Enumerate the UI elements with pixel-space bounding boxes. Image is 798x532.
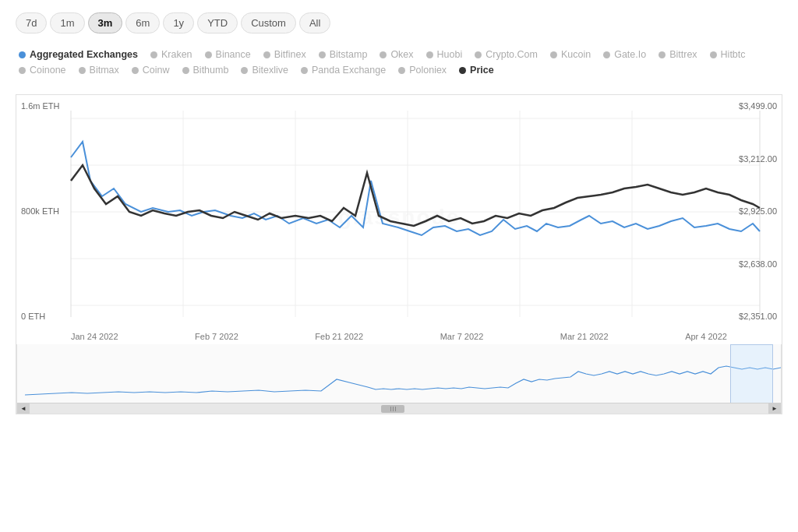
y-right-label-1: $3,499.00: [732, 101, 777, 111]
legend-dot-panda: [301, 67, 308, 74]
legend-dot-cryptocom: [475, 51, 482, 58]
legend-label-bitfinex: Bitfinex: [274, 49, 306, 60]
x-label-5: Apr 4 2022: [685, 332, 727, 341]
time-range-selector: 7d 1m 3m 6m 1y YTD Custom All: [16, 12, 782, 33]
legend-label-coinw: Coinw: [143, 65, 170, 76]
legend-item-huobi[interactable]: Huobi: [426, 49, 463, 60]
legend-dot-coinw: [132, 67, 139, 74]
legend-label-bitexlive: Bitexlive: [252, 65, 288, 76]
x-label-2: Feb 21 2022: [315, 332, 363, 341]
legend-label-panda: Panda Exchange: [312, 65, 386, 76]
legend-item-bitmax[interactable]: Bitmax: [79, 65, 119, 76]
legend-dot-coinone: [19, 67, 26, 74]
legend-dot-bittrex: [659, 51, 666, 58]
time-btn-6m[interactable]: 6m: [125, 12, 160, 33]
legend-dot-aggregated: [19, 51, 26, 58]
chart-navigator[interactable]: 2016 2018 2020 2022 ◄ ►: [16, 344, 782, 414]
legend-label-gateio: Gate.Io: [614, 49, 646, 60]
legend-dot-gateio: [603, 51, 610, 58]
legend-item-hitbtc[interactable]: Hitbtc: [710, 49, 746, 60]
thumb-grip-1: [390, 407, 391, 411]
chart-wrapper: glassnode 1.6m ETH 800k ETH: [16, 94, 782, 414]
time-btn-7d[interactable]: 7d: [16, 12, 47, 33]
y-right-label-5: $2,351.00: [732, 312, 777, 321]
scroll-right-button[interactable]: ►: [768, 403, 781, 414]
legend-dot-hitbtc: [710, 51, 717, 58]
legend-item-binance[interactable]: Binance: [205, 49, 251, 60]
legend-label-coinone: Coinone: [30, 65, 66, 76]
legend-dot-price: [459, 67, 466, 74]
y-axis-left: 1.6m ETH 800k ETH 0 ETH: [16, 95, 71, 344]
thumb-grip-2: [393, 407, 394, 411]
legend-label-poloniex: Poloniex: [409, 65, 447, 76]
time-btn-ytd[interactable]: YTD: [197, 12, 238, 33]
y-right-label-2: $3,212.00: [732, 154, 777, 164]
legend-dot-bitfinex: [263, 51, 270, 58]
time-btn-1m[interactable]: 1m: [50, 12, 84, 33]
legend-item-gateio[interactable]: Gate.Io: [603, 49, 646, 60]
legend-dot-poloniex: [398, 67, 405, 74]
legend-item-price[interactable]: Price: [459, 65, 494, 76]
legend-item-coinw[interactable]: Coinw: [132, 65, 170, 76]
legend-label-aggregated: Aggregated Exchanges: [30, 49, 138, 60]
legend-label-hitbtc: Hitbtc: [721, 49, 746, 60]
x-label-3: Mar 7 2022: [440, 332, 484, 341]
legend-dot-okex: [380, 51, 387, 58]
legend-dot-binance: [205, 51, 212, 58]
legend-label-bitmax: Bitmax: [90, 65, 119, 76]
legend-label-price: Price: [470, 65, 494, 76]
legend-dot-huobi: [426, 51, 433, 58]
legend-label-huobi: Huobi: [437, 49, 463, 60]
legend-item-coinone[interactable]: Coinone: [19, 65, 66, 76]
legend-item-bitstamp[interactable]: Bitstamp: [319, 49, 368, 60]
legend-dot-bitexlive: [241, 67, 248, 74]
time-btn-1y[interactable]: 1y: [163, 12, 194, 33]
x-label-4: Mar 21 2022: [560, 332, 609, 341]
legend-label-bitstamp: Bitstamp: [330, 49, 368, 60]
legend-item-bithumb[interactable]: Bithumb: [182, 65, 229, 76]
legend-label-kraken: Kraken: [161, 49, 192, 60]
legend-item-kraken[interactable]: Kraken: [150, 49, 192, 60]
y-left-label-mid: 800k ETH: [21, 206, 66, 216]
navigator-svg: [17, 344, 782, 403]
legend-label-bittrex: Bittrex: [669, 49, 697, 60]
legend-label-cryptocom: Crypto.Com: [486, 49, 538, 60]
thumb-grip-3: [395, 407, 396, 411]
y-right-label-3: $2,925.00: [732, 206, 777, 216]
legend-dot-kraken: [150, 51, 157, 58]
x-axis: Jan 24 2022 Feb 7 2022 Feb 21 2022 Mar 7…: [71, 332, 727, 341]
chart-svg: [16, 95, 782, 344]
legend-dot-bitstamp: [319, 51, 326, 58]
time-btn-3m[interactable]: 3m: [88, 12, 123, 33]
legend-item-aggregated[interactable]: Aggregated Exchanges: [19, 49, 138, 60]
legend-item-bittrex[interactable]: Bittrex: [659, 49, 697, 60]
legend-item-okex[interactable]: Okex: [380, 49, 413, 60]
y-left-label-top: 1.6m ETH: [21, 101, 66, 111]
legend-label-okex: Okex: [390, 49, 413, 60]
legend-label-binance: Binance: [216, 49, 251, 60]
navigator-scrollbar: ◄ ►: [17, 403, 781, 414]
y-left-label-bot: 0 ETH: [21, 312, 66, 321]
legend-item-kucoin[interactable]: Kucoin: [550, 49, 591, 60]
x-label-1: Feb 7 2022: [195, 332, 238, 341]
scroll-thumb[interactable]: [381, 405, 404, 413]
legend-item-bitfinex[interactable]: Bitfinex: [263, 49, 306, 60]
time-btn-custom[interactable]: Custom: [241, 12, 296, 33]
y-right-label-4: $2,638.00: [732, 259, 777, 269]
legend-item-poloniex[interactable]: Poloniex: [398, 65, 447, 76]
legend-item-panda[interactable]: Panda Exchange: [301, 65, 386, 76]
legend-item-cryptocom[interactable]: Crypto.Com: [475, 49, 538, 60]
time-btn-all[interactable]: All: [299, 12, 330, 33]
scroll-left-button[interactable]: ◄: [17, 403, 30, 414]
legend-label-kucoin: Kucoin: [561, 49, 591, 60]
legend-dot-bitmax: [79, 67, 86, 74]
x-label-0: Jan 24 2022: [71, 332, 118, 341]
chart-legend: Aggregated Exchanges Kraken Binance Bitf…: [16, 49, 782, 76]
y-axis-right: $3,499.00 $3,212.00 $2,925.00 $2,638.00 …: [727, 95, 782, 344]
legend-label-bithumb: Bithumb: [193, 65, 229, 76]
legend-dot-kucoin: [550, 51, 557, 58]
chart-main[interactable]: glassnode 1.6m ETH 800k ETH: [16, 95, 782, 344]
legend-item-bitexlive[interactable]: Bitexlive: [241, 65, 288, 76]
legend-dot-bithumb: [182, 67, 189, 74]
